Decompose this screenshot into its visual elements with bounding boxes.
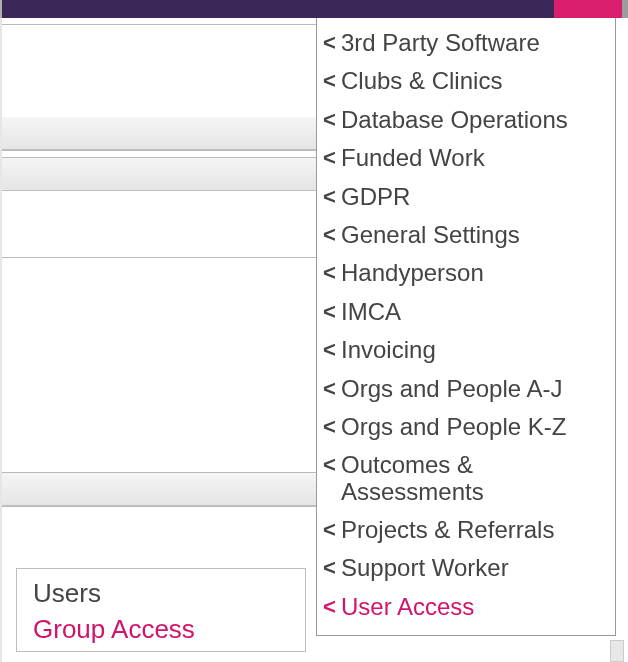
- left-nav-item-label: Users: [33, 578, 101, 609]
- left-nav-item[interactable]: Group Access: [33, 611, 289, 647]
- chevron-left-icon: <: [323, 222, 341, 248]
- chevron-left-icon: <: [323, 517, 341, 543]
- chevron-left-icon: <: [323, 452, 341, 478]
- menu-item[interactable]: <User Access: [321, 588, 613, 626]
- menu-item-label: Outcomes & Assessments: [341, 452, 609, 505]
- menu-item[interactable]: <GDPR: [321, 178, 613, 216]
- menu-item[interactable]: <Projects & Referrals: [321, 511, 613, 549]
- top-navbar-corner: [622, 0, 628, 18]
- left-nav-item-label: Group Access: [33, 614, 195, 645]
- menu-item[interactable]: <Support Worker: [321, 549, 613, 587]
- menu-item-label: Database Operations: [341, 107, 609, 133]
- scrollbar-stub: [610, 640, 624, 662]
- settings-dropdown-menu: <3rd Party Software<Clubs & Clinics<Data…: [316, 18, 616, 636]
- section-body: [2, 264, 317, 472]
- menu-item[interactable]: <IMCA: [321, 293, 613, 331]
- menu-item[interactable]: <Invoicing: [321, 331, 613, 369]
- chevron-left-icon: <: [323, 555, 341, 581]
- menu-item-label: Funded Work: [341, 145, 609, 171]
- chevron-left-icon: <: [323, 299, 341, 325]
- section-header: [2, 158, 317, 191]
- top-navbar-action[interactable]: [554, 0, 628, 18]
- menu-item[interactable]: <Clubs & Clinics: [321, 62, 613, 100]
- section-header: [2, 472, 317, 506]
- menu-item-label: Clubs & Clinics: [341, 68, 609, 94]
- menu-item-label: Orgs and People K-Z: [341, 414, 609, 440]
- top-navbar: [0, 0, 628, 18]
- chevron-left-icon: <: [323, 594, 341, 620]
- menu-item-label: Handyperson: [341, 260, 609, 286]
- menu-item-label: Projects & Referrals: [341, 517, 609, 543]
- chevron-left-icon: <: [323, 414, 341, 440]
- chevron-left-icon: <: [323, 184, 341, 210]
- content-section-2: [2, 157, 318, 258]
- chevron-left-icon: <: [323, 107, 341, 133]
- menu-item[interactable]: <3rd Party Software: [321, 24, 613, 62]
- menu-item-label: IMCA: [341, 299, 609, 325]
- chevron-left-icon: <: [323, 30, 341, 56]
- background-page: UsersGroup Access: [0, 18, 318, 662]
- section-body: [2, 25, 317, 117]
- menu-item-label: GDPR: [341, 184, 609, 210]
- menu-item[interactable]: <Database Operations: [321, 101, 613, 139]
- left-nav-panel: UsersGroup Access: [16, 568, 306, 652]
- section-body: [2, 191, 317, 257]
- menu-item[interactable]: <Orgs and People K-Z: [321, 408, 613, 446]
- menu-item-label: Support Worker: [341, 555, 609, 581]
- chevron-left-icon: <: [323, 68, 341, 94]
- menu-item-label: User Access: [341, 594, 609, 620]
- menu-item-label: General Settings: [341, 222, 609, 248]
- chevron-left-icon: <: [323, 145, 341, 171]
- content-section-1: [2, 24, 318, 151]
- menu-item[interactable]: <Handyperson: [321, 254, 613, 292]
- left-nav-item[interactable]: Users: [33, 575, 289, 611]
- menu-item-label: 3rd Party Software: [341, 30, 609, 56]
- content-section-3: [2, 264, 318, 507]
- menu-item[interactable]: <General Settings: [321, 216, 613, 254]
- menu-item-label: Invoicing: [341, 337, 609, 363]
- section-header: [2, 117, 317, 150]
- menu-item[interactable]: <Orgs and People A-J: [321, 370, 613, 408]
- chevron-left-icon: <: [323, 376, 341, 402]
- chevron-left-icon: <: [323, 337, 341, 363]
- menu-item[interactable]: <Funded Work: [321, 139, 613, 177]
- menu-item-label: Orgs and People A-J: [341, 376, 609, 402]
- chevron-left-icon: <: [323, 260, 341, 286]
- menu-item[interactable]: <Outcomes & Assessments: [321, 446, 613, 511]
